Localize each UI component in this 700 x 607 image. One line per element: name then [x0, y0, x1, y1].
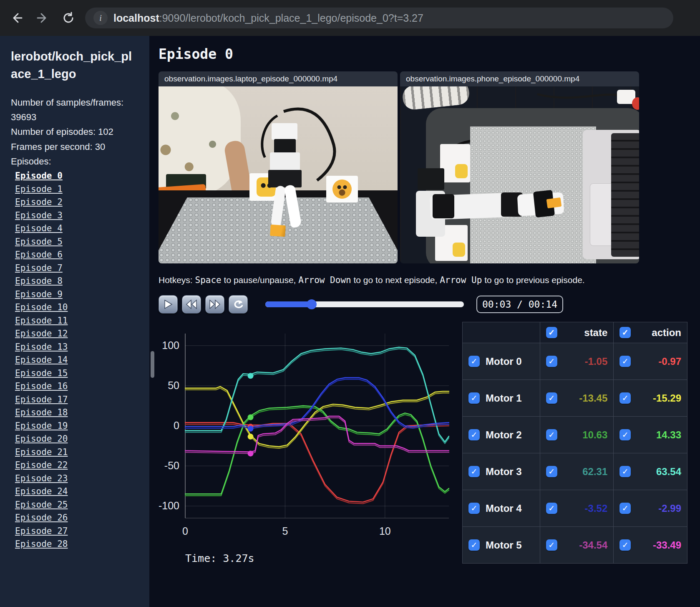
seek-slider[interactable] [265, 301, 464, 307]
svg-text:100: 100 [162, 339, 179, 351]
table-corner-cell [463, 322, 540, 343]
state-checkbox[interactable]: ✓ [546, 429, 557, 440]
episode-link-episode-6[interactable]: Episode 6 [15, 250, 63, 260]
motor-table: ✓ state ✓ action ✓Motor 0✓-1.05✓-0.97✓Mo [462, 322, 687, 564]
episode-link-episode-18[interactable]: Episode 18 [15, 407, 68, 417]
episode-link-episode-22[interactable]: Episode 22 [15, 460, 68, 470]
episode-link-episode-9[interactable]: Episode 9 [15, 289, 63, 299]
table-row: ✓Motor 4✓-3.52✓-2.99 [463, 490, 687, 527]
url-text: localhost:9090/lerobot/koch_pick_place_1… [113, 12, 423, 24]
state-checkbox[interactable]: ✓ [546, 356, 557, 367]
scrollbar-thumb[interactable] [151, 351, 154, 378]
state-value: -13.45 [557, 392, 608, 404]
episode-link-episode-2[interactable]: Episode 2 [15, 197, 63, 207]
motor-cell: ✓Motor 2 [463, 417, 540, 453]
main-content: Episode 0 observation.images.laptop_epis… [149, 36, 700, 607]
episode-link-episode-4[interactable]: Episode 4 [15, 223, 63, 233]
episode-link-episode-25[interactable]: Episode 25 [15, 500, 68, 510]
state-cell: ✓-13.45 [540, 380, 614, 417]
motor-checkbox[interactable]: ✓ [468, 466, 480, 477]
action-cell: ✓63.54 [614, 453, 687, 490]
sticker-box-top [440, 144, 470, 182]
action-checkbox[interactable]: ✓ [619, 392, 631, 404]
episode-link-episode-16[interactable]: Episode 16 [15, 381, 68, 391]
episode-link-episode-13[interactable]: Episode 13 [15, 342, 68, 352]
episode-link-episode-17[interactable]: Episode 17 [15, 395, 68, 405]
episode-list-item: Episode 25 [11, 498, 138, 512]
episode-list-item: Episode 23 [11, 472, 138, 486]
slider-thumb[interactable] [307, 299, 317, 309]
state-checkbox[interactable]: ✓ [546, 503, 557, 514]
svg-text:-100: -100 [159, 500, 179, 511]
action-checkbox[interactable]: ✓ [619, 539, 631, 551]
action-cell: ✓-33.49 [614, 527, 687, 564]
fast-forward-button[interactable] [205, 295, 224, 314]
episode-list-item: Episode 2 [11, 196, 138, 209]
episode-link-episode-23[interactable]: Episode 23 [15, 473, 68, 483]
url-bar[interactable]: i localhost:9090/lerobot/koch_pick_place… [85, 8, 673, 28]
episode-list-item: Episode 11 [11, 314, 138, 328]
episode-link-episode-26[interactable]: Episode 26 [15, 513, 68, 523]
episode-link-episode-3[interactable]: Episode 3 [15, 210, 63, 220]
state-column-checkbox[interactable]: ✓ [546, 327, 557, 338]
action-checkbox[interactable]: ✓ [619, 429, 631, 440]
motor-cell: ✓Motor 0 [463, 343, 540, 380]
episode-link-episode-5[interactable]: Episode 5 [15, 237, 63, 247]
motor-checkbox[interactable]: ✓ [468, 429, 480, 440]
motor-checkbox[interactable]: ✓ [468, 503, 480, 514]
video-frame-laptop [159, 86, 398, 263]
video-player-phone[interactable]: observation.images.phone_episode_000000.… [400, 71, 639, 263]
rewind-button[interactable] [182, 295, 201, 314]
page-info-icon[interactable]: i [93, 11, 108, 25]
action-cell: ✓-15.29 [614, 380, 687, 417]
episode-list-item: Episode 14 [11, 354, 138, 367]
episode-link-episode-20[interactable]: Episode 20 [15, 434, 68, 444]
episode-link-episode-19[interactable]: Episode 19 [15, 421, 68, 431]
reload-icon[interactable] [59, 9, 78, 27]
episode-link-episode-24[interactable]: Episode 24 [15, 486, 68, 496]
motor-cell: ✓Motor 5 [463, 527, 540, 564]
stat-fps: Frames per second: 30 [11, 139, 138, 154]
episode-list-item: Episode 28 [11, 538, 138, 551]
hotkeys-help: Hotkeys: Space to pause/unpause, Arrow D… [159, 275, 700, 285]
episode-link-episode-7[interactable]: Episode 7 [15, 263, 63, 273]
episode-list-item: Episode 13 [11, 341, 138, 354]
motor-cell: ✓Motor 1 [463, 380, 540, 417]
action-checkbox[interactable]: ✓ [619, 503, 631, 514]
motor-checkbox[interactable]: ✓ [468, 392, 480, 404]
motor-checkbox[interactable]: ✓ [468, 356, 480, 367]
chart-time-label: Time: 3.27s [185, 552, 456, 564]
motor-label: Motor 5 [486, 539, 534, 551]
action-checkbox[interactable]: ✓ [619, 466, 631, 477]
episode-link-episode-28[interactable]: Episode 28 [15, 539, 68, 549]
action-column-checkbox[interactable]: ✓ [619, 327, 631, 338]
motor-label: Motor 2 [486, 429, 534, 441]
episode-link-episode-14[interactable]: Episode 14 [15, 355, 68, 365]
episode-link-episode-21[interactable]: Episode 21 [15, 447, 68, 457]
episode-link-episode-12[interactable]: Episode 12 [15, 329, 68, 339]
video-title-phone: observation.images.phone_episode_000000.… [400, 71, 639, 86]
back-icon[interactable] [8, 9, 26, 27]
state-checkbox[interactable]: ✓ [546, 392, 557, 404]
svg-text:0: 0 [174, 420, 179, 431]
action-checkbox[interactable]: ✓ [619, 356, 631, 367]
svg-text:50: 50 [168, 379, 179, 391]
state-checkbox[interactable]: ✓ [546, 539, 557, 551]
episode-link-episode-8[interactable]: Episode 8 [15, 276, 63, 286]
state-checkbox[interactable]: ✓ [546, 466, 557, 477]
forward-icon[interactable] [33, 9, 52, 27]
episode-link-episode-0[interactable]: Episode 0 [15, 171, 63, 181]
state-value: -1.05 [557, 356, 608, 367]
episode-link-episode-1[interactable]: Episode 1 [15, 184, 63, 194]
play-button[interactable] [159, 295, 178, 314]
episode-list-item: Episode 18 [11, 406, 138, 420]
robot-joint [433, 194, 454, 218]
video-player-laptop[interactable]: observation.images.laptop_episode_000000… [159, 71, 398, 263]
episode-link-episode-27[interactable]: Episode 27 [15, 526, 68, 536]
episode-link-episode-11[interactable]: Episode 11 [15, 316, 68, 326]
episode-link-episode-15[interactable]: Episode 15 [15, 368, 68, 378]
loop-button[interactable] [229, 295, 248, 314]
svg-text:-50: -50 [164, 460, 179, 471]
motor-checkbox[interactable]: ✓ [468, 539, 480, 551]
episode-link-episode-10[interactable]: Episode 10 [15, 302, 68, 312]
